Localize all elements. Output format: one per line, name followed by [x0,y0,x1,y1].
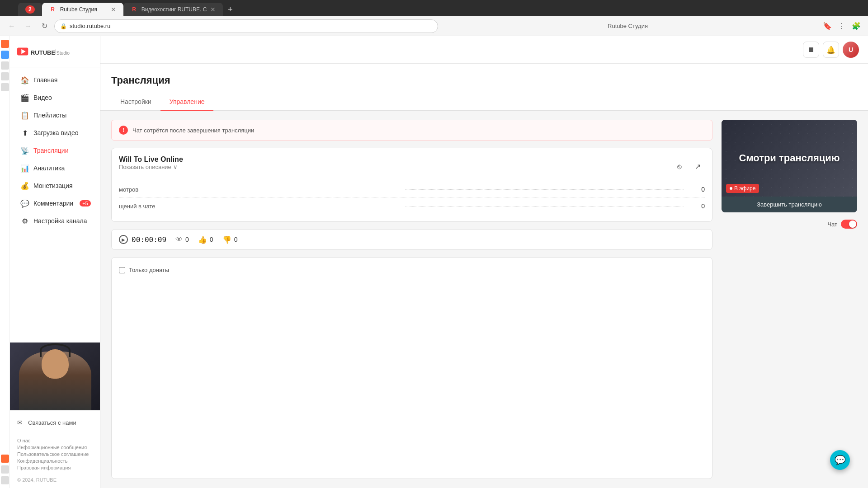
stream-title-actions: ⎋ ↗ [672,160,705,174]
tab-settings[interactable]: Настройки [111,94,160,111]
main-tabs: Настройки Управление [111,94,857,110]
profile-avatar[interactable]: U [843,42,859,58]
stream-preview-image: Смотри трансляцию В эфире [722,120,857,197]
likes-metric-value: 0 [210,236,213,243]
address-text: studio.rutube.ru [70,23,110,29]
browser-tab-studio[interactable]: R Rutube Студия ✕ [42,3,123,16]
sidebar-item-channel-settings[interactable]: ⚙ Настройка канала [14,212,96,230]
browser-tab-badge[interactable]: 2 [18,3,42,16]
lock-icon: 🔒 [60,23,67,29]
rutube-studio-logo: RUTUBE Studio [17,45,85,58]
bell-icon: 🔔 [826,46,835,54]
address-bar[interactable]: 🔒 studio.rutube.ru [54,19,438,33]
show-description-text: Показать описание [119,164,171,170]
stat-dots-1 [405,189,684,190]
new-tab-button[interactable]: + [223,3,237,16]
nav-right: 🔖 ⋮ 🧩 [821,20,863,33]
browser-tab-video[interactable]: R Видеохостинг RUTUBE. С ✕ [123,3,223,16]
avatar-text: U [849,46,853,53]
sidebar-item-upload[interactable]: ⬆ Загрузка видео [14,124,96,141]
tab-management[interactable]: Управление [160,94,214,111]
extensions-icon[interactable]: 🧩 [850,20,863,33]
link-info[interactable]: Информационные сообщения [17,445,93,450]
sidebar-item-monetization-label: Монетизация [33,182,73,189]
chat-toggle-label: Чат [827,221,837,228]
views-metric: 👁 0 [175,235,189,244]
sidebar-item-streams-label: Трансляции [33,147,68,154]
browser-chrome: 2 R Rutube Студия ✕ R Видеохостинг RUTUB… [0,0,868,36]
chat-filter: Только донаты [119,263,705,277]
edge-icon-1[interactable] [1,40,9,48]
link-about[interactable]: О нас [17,438,93,443]
chat-toggle[interactable] [841,220,857,229]
bookmark-icon[interactable]: 🔖 [821,20,834,33]
sidebar-item-streams[interactable]: 📡 Трансляции [14,142,96,159]
webcam-preview [10,343,100,410]
contact-icon: ✉ [17,419,24,426]
sidebar-item-playlists[interactable]: 📋 Плейлисты [14,107,96,124]
top-bar: ⏹ 🔔 U [100,36,868,64]
external-link-button[interactable]: ↗ [690,160,705,174]
toggle-knob [849,221,856,228]
tab-settings-label: Настройки [120,98,151,105]
header-icons: ⏹ 🔔 U [803,42,859,58]
sidebar-item-video[interactable]: 🎬 Видео [14,89,96,106]
rutube-favicon: R [49,6,57,13]
show-description-toggle[interactable]: Показать описание ∨ [119,164,183,170]
stop-recording-button[interactable]: ⏹ [803,42,819,58]
tab-close-video[interactable]: ✕ [210,6,216,13]
svg-text:Studio: Studio [57,51,70,56]
notification-button[interactable]: 🔔 [823,42,839,58]
link-legal[interactable]: Правовая информация [17,465,93,470]
edge-icon-5[interactable] [1,83,9,91]
back-button[interactable]: ← [5,20,18,33]
link-privacy[interactable]: Конфиденциальность [17,458,93,464]
stat-dots-2 [405,206,684,206]
stream-name: Will To Live Online [119,155,183,164]
main-content: ⏹ 🔔 U Трансляция Настройки Управление [100,36,868,488]
sidebar-item-playlists-label: Плейлисты [33,112,66,119]
reload-button[interactable]: ↻ [38,20,51,33]
webcam-person-headset [40,343,71,357]
svg-rect-4 [55,49,56,54]
edge-icon-3[interactable] [1,61,9,70]
video-icon: 🎬 [21,94,29,102]
menu-icon[interactable]: ⋮ [835,20,848,33]
edge-icon-8[interactable] [1,476,9,484]
contact-us-label: Связаться с нами [28,419,76,426]
external-link-icon: ↗ [695,162,701,171]
link-terms[interactable]: Пользовательское соглашение [17,451,93,457]
comments-badge: +5 [80,200,91,206]
tab-badge-number: 2 [25,5,35,14]
edge-icon-2[interactable] [1,51,9,59]
sidebar-item-video-label: Видео [33,94,52,101]
sidebar-item-monetization[interactable]: 💰 Монетизация [14,177,96,194]
sidebar-item-home[interactable]: 🏠 Главная [14,71,96,89]
end-stream-button[interactable]: Завершить трансляцию [722,197,857,212]
fab-chat-button[interactable]: 💬 [830,450,850,470]
edge-icons [0,36,10,488]
home-icon: 🏠 [21,76,29,84]
edge-icon-4[interactable] [1,72,9,80]
sidebar-item-analytics[interactable]: 📊 Аналитика [14,160,96,177]
sidebar-item-home-label: Главная [33,76,57,84]
share-button[interactable]: ⎋ [672,160,687,174]
stream-info-card: Will To Live Online Показать описание ∨ … [111,148,712,222]
dislikes-metric-value: 0 [234,236,238,243]
main-header: Трансляция Настройки Управление [100,64,868,111]
main-body: ! Чат сотрётся после завершения трансляц… [100,111,868,488]
edge-icon-7[interactable] [1,465,9,474]
chevron-down-icon: ∨ [173,164,178,170]
forward-button[interactable]: → [22,20,34,33]
timer-row: ▶ 00:00:09 👁 0 👍 0 👎 0 [111,229,712,250]
tab-management-label: Управление [170,98,205,105]
edge-icon-6[interactable] [1,455,9,463]
contact-us-item[interactable]: ✉ Связаться с нами [17,416,93,429]
sidebar-item-comments[interactable]: 💬 Комментарии +5 [14,195,96,212]
only-donations-checkbox[interactable] [119,267,125,273]
tab-close-studio[interactable]: ✕ [111,6,116,13]
eye-icon: 👁 [175,235,183,244]
stop-icon: ⏹ [807,46,815,54]
likes-metric: 👍 0 [198,235,213,244]
sidebar: RUTUBE Studio 🏠 Главная 🎬 Видео 📋 Плейли… [10,36,100,488]
